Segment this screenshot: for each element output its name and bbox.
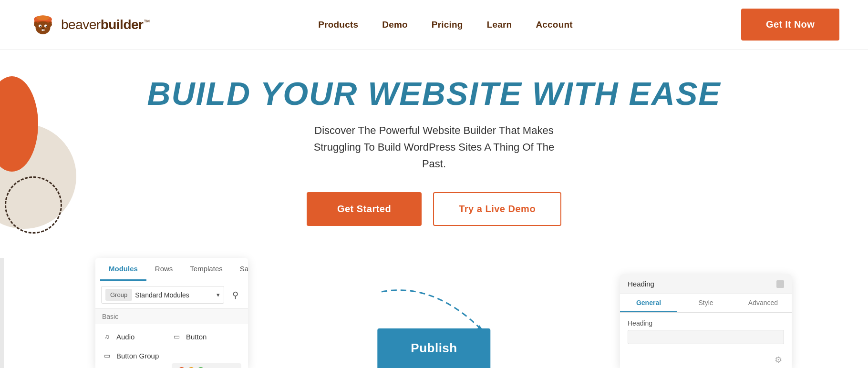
tab-saved[interactable]: Saved <box>231 258 248 281</box>
nav-learn[interactable]: Learn <box>487 20 512 30</box>
builder-preview: Modules Rows Templates Saved Group Stand… <box>0 258 868 368</box>
search-button[interactable]: ⚲ <box>228 288 242 302</box>
tab-advanced[interactable]: Advanced <box>734 294 792 312</box>
close-button[interactable] <box>776 280 784 288</box>
svg-point-9 <box>41 28 44 29</box>
modules-panel: Modules Rows Templates Saved Group Stand… <box>95 258 248 368</box>
module-audio-label: Audio <box>116 333 134 341</box>
heading-panel-header: Heading <box>620 274 792 294</box>
heading-panel: Heading General Style Advanced Heading ⚙ <box>620 274 792 368</box>
svg-rect-10 <box>41 29 43 31</box>
heading-panel-title: Heading <box>628 280 654 288</box>
heading-panel-tabs: General Style Advanced <box>620 294 792 313</box>
hero-section: BUILD YOUR WEBSITE WITH EASE Discover Th… <box>0 50 868 264</box>
heading-input[interactable] <box>628 330 784 344</box>
svg-rect-11 <box>43 29 45 31</box>
nav-account[interactable]: Account <box>536 20 572 30</box>
logo-text: beaverbuilder™ <box>61 17 150 32</box>
hero-title: BUILD YOUR WEBSITE WITH EASE <box>147 76 721 112</box>
svg-point-7 <box>40 25 41 27</box>
dropdown-value: Standard Modules <box>135 291 214 299</box>
tab-modules[interactable]: Modules <box>100 258 146 281</box>
module-button-label: Button <box>186 333 207 341</box>
svg-point-12 <box>36 15 49 20</box>
settings-row: ⚙ <box>620 351 792 368</box>
heading-panel-content: Heading <box>620 313 792 351</box>
panel-toolbar: Group Standard Modules ▾ ⚲ <box>95 281 248 309</box>
publish-button[interactable]: Publish <box>377 328 490 368</box>
heading-field-label: Heading <box>628 319 784 327</box>
arrow-area: Publish <box>248 273 620 368</box>
nav-pricing[interactable]: Pricing <box>432 20 463 30</box>
tab-rows[interactable]: Rows <box>146 258 182 281</box>
svg-point-3 <box>34 22 38 27</box>
basic-section-label: Basic <box>95 309 248 324</box>
tab-templates[interactable]: Templates <box>181 258 231 281</box>
svg-point-8 <box>46 25 47 27</box>
nav-products[interactable]: Products <box>318 20 358 30</box>
audio-icon: ♫ <box>102 332 112 341</box>
dropdown-chevron-icon: ▾ <box>217 291 220 298</box>
list-item[interactable]: ▭ Button <box>172 332 241 341</box>
module-button-group-label: Button Group <box>116 352 159 360</box>
get-it-now-button[interactable]: Get It Now <box>741 9 839 41</box>
gear-icon: ⚙ <box>775 355 784 364</box>
nav-demo[interactable]: Demo <box>382 20 408 30</box>
group-tag: Group <box>105 289 132 301</box>
list-item[interactable]: ▭ Button Group <box>102 351 172 360</box>
logo-beaver-icon <box>29 10 57 39</box>
table-row: ▭ Button Group <box>95 346 248 365</box>
svg-point-4 <box>48 22 52 27</box>
tab-general[interactable]: General <box>620 294 677 312</box>
module-list: ♫ Audio ▭ Button ▭ Button Group <box>95 324 248 368</box>
list-item[interactable]: ♫ Audio <box>102 332 172 341</box>
main-nav: Products Demo Pricing Learn Account <box>318 20 573 30</box>
logo[interactable]: beaverbuilder™ <box>29 10 150 39</box>
tab-style[interactable]: Style <box>677 294 734 312</box>
button-group-icon: ▭ <box>102 351 112 360</box>
svg-rect-14 <box>778 282 783 286</box>
site-header: beaverbuilder™ Products Demo Pricing Lea… <box>0 0 868 50</box>
get-started-button[interactable]: Get Started <box>307 192 422 226</box>
hero-buttons: Get Started Try a Live Demo <box>307 192 561 226</box>
button-icon: ▭ <box>172 332 181 341</box>
search-icon: ⚲ <box>232 290 238 300</box>
table-row: ♫ Audio ▭ Button <box>95 327 248 346</box>
hero-subtitle: Discover The Powerful Website Builder Th… <box>300 122 568 173</box>
live-demo-button[interactable]: Try a Live Demo <box>433 192 561 226</box>
modules-tabs: Modules Rows Templates Saved <box>95 258 248 281</box>
